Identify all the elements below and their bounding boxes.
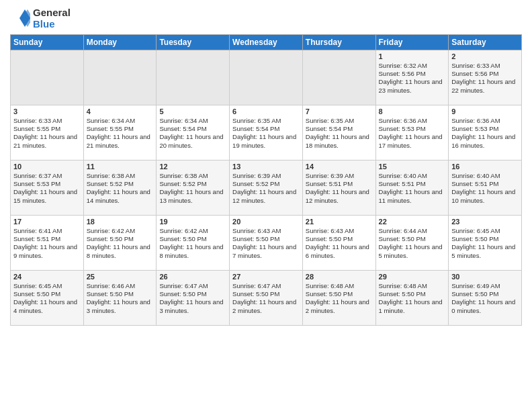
cell-info: Sunrise: 6:32 AM (379, 62, 446, 70)
cell-info: Sunrise: 6:38 AM (87, 172, 154, 180)
day-number: 8 (379, 107, 446, 116)
cell-info: Sunset: 5:52 PM (232, 180, 300, 188)
cell-info: Daylight: 11 hours and 16 minutes. (451, 133, 519, 150)
cell-info: Daylight: 11 hours and 0 minutes. (451, 298, 519, 315)
calendar-cell: 9Sunrise: 6:36 AMSunset: 5:53 PMDaylight… (449, 105, 522, 160)
day-number: 12 (159, 163, 226, 171)
calendar-week-1: 1Sunrise: 6:32 AMSunset: 5:56 PMDaylight… (11, 50, 522, 105)
header-day-saturday: Saturday (449, 34, 522, 50)
cell-info: Daylight: 11 hours and 18 minutes. (306, 133, 373, 150)
day-number: 26 (159, 273, 226, 281)
calendar-cell: 15Sunrise: 6:40 AMSunset: 5:51 PMDayligh… (375, 160, 449, 215)
cell-info: Sunset: 5:50 PM (87, 290, 154, 298)
cell-info: Sunrise: 6:48 AM (379, 282, 446, 290)
cell-info: Sunset: 5:53 PM (13, 180, 81, 188)
logo-general-text: General (33, 7, 71, 18)
day-number: 28 (306, 273, 373, 281)
cell-info: Daylight: 11 hours and 3 minutes. (87, 298, 154, 315)
cell-info: Sunset: 5:51 PM (451, 180, 519, 188)
day-number: 13 (232, 163, 300, 171)
calendar-cell: 29Sunrise: 6:48 AMSunset: 5:50 PMDayligh… (375, 270, 449, 325)
calendar-cell (11, 50, 84, 105)
calendar-cell (157, 50, 230, 105)
calendar-cell: 2Sunrise: 6:33 AMSunset: 5:56 PMDaylight… (449, 50, 522, 105)
day-number: 20 (232, 218, 300, 226)
cell-info: Sunrise: 6:44 AM (379, 227, 446, 235)
cell-info: Daylight: 11 hours and 12 minutes. (306, 188, 373, 205)
cell-info: Sunset: 5:55 PM (13, 125, 81, 133)
cell-info: Sunset: 5:52 PM (87, 180, 154, 188)
cell-info: Daylight: 11 hours and 22 minutes. (451, 78, 519, 95)
calendar-cell: 28Sunrise: 6:48 AMSunset: 5:50 PMDayligh… (302, 270, 375, 325)
day-number: 21 (306, 218, 373, 226)
cell-info: Sunset: 5:52 PM (159, 180, 226, 188)
cell-info: Daylight: 11 hours and 20 minutes. (159, 133, 226, 150)
day-number: 29 (379, 273, 446, 281)
calendar-cell: 7Sunrise: 6:35 AMSunset: 5:54 PMDaylight… (302, 105, 375, 160)
calendar-cell: 3Sunrise: 6:33 AMSunset: 5:55 PMDaylight… (11, 105, 84, 160)
cell-info: Sunrise: 6:42 AM (159, 227, 226, 235)
cell-info: Sunrise: 6:46 AM (87, 282, 154, 290)
logo: General Blue (10, 7, 71, 30)
day-number: 19 (159, 218, 226, 226)
calendar-cell: 10Sunrise: 6:37 AMSunset: 5:53 PMDayligh… (11, 160, 84, 215)
calendar-week-3: 10Sunrise: 6:37 AMSunset: 5:53 PMDayligh… (11, 160, 522, 215)
calendar-cell: 16Sunrise: 6:40 AMSunset: 5:51 PMDayligh… (449, 160, 522, 215)
cell-info: Sunrise: 6:43 AM (306, 227, 373, 235)
cell-info: Sunrise: 6:48 AM (306, 282, 373, 290)
calendar-body: 1Sunrise: 6:32 AMSunset: 5:56 PMDaylight… (11, 50, 522, 325)
cell-info: Sunset: 5:54 PM (159, 125, 226, 133)
calendar-cell: 30Sunrise: 6:49 AMSunset: 5:50 PMDayligh… (449, 270, 522, 325)
page: General Blue SundayMondayTuesdayWednesda… (0, 0, 532, 411)
logo-area: General Blue (10, 7, 71, 30)
cell-info: Daylight: 11 hours and 4 minutes. (13, 298, 81, 315)
calendar-cell: 25Sunrise: 6:46 AMSunset: 5:50 PMDayligh… (83, 270, 157, 325)
day-number: 4 (87, 107, 154, 116)
calendar-cell: 21Sunrise: 6:43 AMSunset: 5:50 PMDayligh… (302, 215, 375, 270)
calendar-table: SundayMondayTuesdayWednesdayThursdayFrid… (10, 34, 522, 326)
cell-info: Sunrise: 6:40 AM (379, 172, 446, 180)
day-number: 22 (379, 218, 446, 226)
day-number: 25 (87, 273, 154, 281)
cell-info: Sunrise: 6:45 AM (13, 282, 81, 290)
cell-info: Sunset: 5:56 PM (379, 70, 446, 78)
calendar-cell: 20Sunrise: 6:43 AMSunset: 5:50 PMDayligh… (230, 215, 303, 270)
day-number: 16 (451, 163, 519, 171)
cell-info: Daylight: 11 hours and 2 minutes. (232, 298, 300, 315)
day-number: 3 (13, 107, 81, 116)
cell-info: Sunrise: 6:45 AM (451, 227, 519, 235)
cell-info: Daylight: 11 hours and 10 minutes. (451, 188, 519, 205)
calendar-cell: 1Sunrise: 6:32 AMSunset: 5:56 PMDaylight… (375, 50, 449, 105)
day-number: 24 (13, 273, 81, 281)
cell-info: Sunrise: 6:38 AM (159, 172, 226, 180)
cell-info: Sunset: 5:50 PM (451, 235, 519, 243)
cell-info: Daylight: 11 hours and 13 minutes. (159, 188, 226, 205)
logo-svg (10, 8, 30, 28)
calendar-cell: 11Sunrise: 6:38 AMSunset: 5:52 PMDayligh… (83, 160, 157, 215)
day-number: 10 (13, 163, 81, 171)
cell-info: Daylight: 11 hours and 19 minutes. (232, 133, 300, 150)
day-number: 1 (379, 52, 446, 60)
cell-info: Sunset: 5:56 PM (451, 70, 519, 78)
calendar-cell: 8Sunrise: 6:36 AMSunset: 5:53 PMDaylight… (375, 105, 449, 160)
cell-info: Sunset: 5:53 PM (451, 125, 519, 133)
cell-info: Sunrise: 6:35 AM (306, 117, 373, 125)
day-number: 17 (13, 218, 81, 226)
cell-info: Daylight: 11 hours and 17 minutes. (379, 133, 446, 150)
day-number: 18 (87, 218, 154, 226)
cell-info: Daylight: 11 hours and 8 minutes. (87, 243, 154, 260)
cell-info: Sunset: 5:50 PM (13, 290, 81, 298)
calendar-cell: 27Sunrise: 6:47 AMSunset: 5:50 PMDayligh… (230, 270, 303, 325)
day-number: 11 (87, 163, 154, 171)
header-day-tuesday: Tuesday (157, 34, 230, 50)
cell-info: Daylight: 11 hours and 3 minutes. (159, 298, 226, 315)
calendar-cell (302, 50, 375, 105)
calendar-cell: 12Sunrise: 6:38 AMSunset: 5:52 PMDayligh… (157, 160, 230, 215)
cell-info: Sunset: 5:50 PM (451, 290, 519, 298)
cell-info: Sunrise: 6:39 AM (232, 172, 300, 180)
cell-info: Sunrise: 6:41 AM (13, 227, 81, 235)
calendar-cell: 26Sunrise: 6:47 AMSunset: 5:50 PMDayligh… (157, 270, 230, 325)
calendar-cell: 19Sunrise: 6:42 AMSunset: 5:50 PMDayligh… (157, 215, 230, 270)
cell-info: Daylight: 11 hours and 8 minutes. (159, 243, 226, 260)
cell-info: Sunset: 5:51 PM (379, 180, 446, 188)
